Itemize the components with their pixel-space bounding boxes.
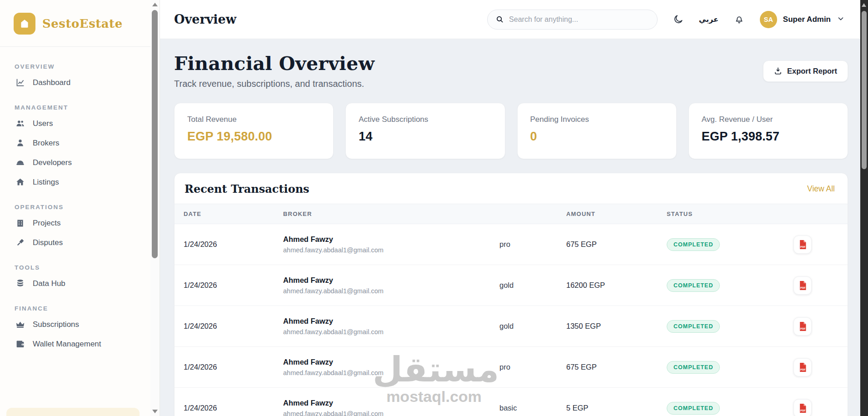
- broker-email: ahmed.fawzy.abdaal1@gmail.com: [283, 369, 499, 376]
- download-pdf-button[interactable]: PDF: [793, 276, 812, 295]
- moon-icon: [673, 14, 683, 25]
- export-report-button[interactable]: Export Report: [763, 60, 848, 82]
- transaction-plan: basic: [499, 404, 566, 412]
- broker-name: Ahmed Fawzy: [283, 399, 499, 407]
- transaction-plan: gold: [499, 322, 566, 331]
- transaction-amount: 5 EGP: [566, 404, 667, 412]
- download-icon: [774, 67, 782, 75]
- page-scrollbar[interactable]: [860, 0, 868, 416]
- sidebar-item-data-hub[interactable]: Data Hub: [15, 274, 146, 293]
- person-icon: [15, 138, 25, 148]
- scroll-down-icon[interactable]: [152, 410, 158, 413]
- download-pdf-button[interactable]: PDF: [793, 358, 812, 376]
- sidebar-section: TOOLS Data Hub: [15, 264, 146, 293]
- download-pdf-button[interactable]: PDF: [793, 236, 812, 254]
- column-header-date: DATE: [184, 211, 283, 217]
- stat-card: Avg. Revenue / User EGP 1,398.57: [688, 103, 848, 159]
- view-all-link[interactable]: View All: [807, 184, 835, 194]
- sidebar-scrollbar-thumb[interactable]: [152, 10, 158, 258]
- sidebar-item-label: Listings: [33, 178, 59, 187]
- sidebar-item-label: Subscriptions: [33, 320, 79, 329]
- status-badge: COMPLETED: [667, 402, 720, 415]
- stat-card-label: Avg. Revenue / User: [702, 115, 835, 124]
- broker-email: ahmed.fawzy.abdaal1@gmail.com: [283, 287, 499, 295]
- chevron-down-icon: [837, 15, 845, 25]
- transaction-date: 1/24/2026: [184, 322, 283, 331]
- sidebar-item-developers[interactable]: Developers: [15, 153, 146, 172]
- broker-name: Ahmed Fawzy: [283, 235, 499, 244]
- column-header-status: STATUS: [667, 211, 793, 217]
- sidebar-item-projects[interactable]: Projects: [15, 213, 146, 233]
- sidebar-item-users[interactable]: Users: [15, 114, 146, 133]
- users-icon: [15, 119, 25, 128]
- avatar: SA: [760, 11, 777, 28]
- crown-icon: [15, 320, 25, 329]
- sidebar-item-subscriptions[interactable]: Subscriptions: [15, 315, 146, 334]
- broker-email: ahmed.fawzy.abdaal1@gmail.com: [283, 246, 499, 254]
- topbar: Overview عربي SA Super Admin: [160, 0, 860, 39]
- page-title: Financial Overview: [174, 53, 374, 75]
- recent-transactions-panel: Recent Transactions View All DATE BROKER…: [174, 173, 848, 416]
- sidebar-item-disputes[interactable]: Disputes: [15, 233, 146, 252]
- transaction-amount: 16200 EGP: [566, 281, 667, 290]
- sidebar-section-label: TOOLS: [15, 264, 146, 271]
- wallet-icon: [15, 339, 25, 349]
- sidebar-item-brokers[interactable]: Brokers: [15, 133, 146, 153]
- transaction-plan: pro: [499, 363, 566, 371]
- sidebar-item-wallet-management[interactable]: Wallet Management: [15, 334, 146, 354]
- column-header-broker: BROKER: [283, 211, 499, 217]
- sidebar-section: MANAGEMENT Users Brokers Developers List…: [15, 104, 146, 192]
- stat-card: Pending Invoices 0: [517, 103, 677, 159]
- sidebar-section: OVERVIEW Dashboard: [15, 63, 146, 92]
- chart-line-icon: [15, 78, 25, 87]
- download-pdf-button[interactable]: PDF: [793, 317, 812, 336]
- search-input[interactable]: [509, 15, 649, 24]
- broker-email: ahmed.fawzy.abdaal1@gmail.com: [283, 328, 499, 336]
- transaction-date: 1/24/2026: [184, 404, 283, 412]
- svg-text:PDF: PDF: [800, 245, 806, 248]
- sidebar-section-label: OPERATIONS: [15, 204, 146, 211]
- table-row: 1/24/2026 Ahmed Fawzy ahmed.fawzy.abdaal…: [175, 265, 848, 306]
- notifications-button[interactable]: [734, 14, 744, 25]
- sidebar-section: OPERATIONS Projects Disputes: [15, 204, 146, 252]
- status-badge: COMPLETED: [667, 361, 720, 374]
- svg-text:PDF: PDF: [800, 327, 806, 330]
- stat-card-label: Total Revenue: [187, 115, 320, 124]
- sidebar-scrollbar[interactable]: [150, 0, 160, 416]
- table-row: 1/24/2026 Ahmed Fawzy ahmed.fawzy.abdaal…: [175, 347, 848, 388]
- stat-card-value: 14: [359, 130, 492, 144]
- main-content: Financial Overview Track revenue, subscr…: [160, 39, 860, 416]
- table-header-row: DATE BROKER AMOUNT STATUS: [175, 204, 848, 224]
- broker-name: Ahmed Fawzy: [283, 276, 499, 285]
- broker-name: Ahmed Fawzy: [283, 317, 499, 326]
- sidebar-item-label: Disputes: [33, 238, 63, 247]
- transaction-amount: 675 EGP: [566, 240, 667, 249]
- user-menu[interactable]: SA Super Admin: [760, 11, 845, 28]
- sidebar-item-listings[interactable]: Listings: [15, 172, 146, 192]
- status-badge: COMPLETED: [667, 238, 720, 251]
- scroll-up-icon[interactable]: [152, 3, 158, 6]
- search-bar[interactable]: [487, 10, 658, 30]
- brand-name: SestoEstate: [42, 17, 123, 30]
- column-header-amount: AMOUNT: [566, 211, 667, 217]
- sidebar-active-item-partial[interactable]: [6, 408, 140, 416]
- scroll-up-icon[interactable]: [862, 3, 866, 7]
- theme-toggle-button[interactable]: [673, 14, 683, 25]
- page-subtitle: Track revenue, subscriptions, and transa…: [174, 79, 374, 89]
- sidebar-section-label: OVERVIEW: [15, 63, 146, 70]
- sidebar-item-label: Dashboard: [33, 78, 70, 87]
- status-badge: COMPLETED: [667, 279, 720, 292]
- sidebar-item-label: Data Hub: [33, 279, 65, 288]
- transaction-amount: 675 EGP: [566, 363, 667, 371]
- table-row: 1/24/2026 Ahmed Fawzy ahmed.fawzy.abdaal…: [175, 306, 848, 347]
- sidebar-item-label: Developers: [33, 158, 72, 167]
- sidebar-section-label: MANAGEMENT: [15, 104, 146, 111]
- user-name: Super Admin: [783, 15, 831, 24]
- download-pdf-button[interactable]: PDF: [793, 399, 812, 416]
- page-scrollbar-thumb[interactable]: [862, 11, 867, 169]
- stat-card-label: Active Subscriptions: [359, 115, 492, 124]
- sidebar-item-dashboard[interactable]: Dashboard: [15, 73, 146, 92]
- language-toggle-button[interactable]: عربي: [699, 15, 718, 24]
- broker-email: ahmed.fawzy.abdaal1@gmail.com: [283, 410, 499, 416]
- transaction-date: 1/24/2026: [184, 240, 283, 249]
